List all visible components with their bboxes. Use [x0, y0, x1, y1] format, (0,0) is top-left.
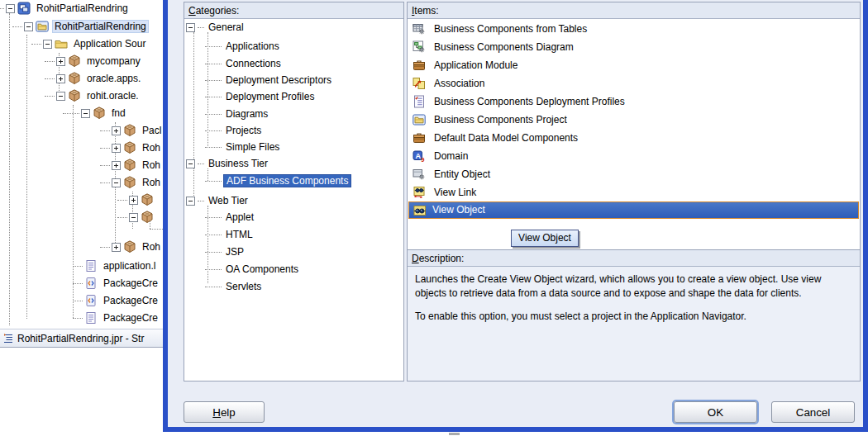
item-label: Business Components from Tables [429, 23, 589, 36]
item-label: Application Module [429, 59, 520, 72]
expand-toggle[interactable] [112, 161, 121, 170]
expand-toggle[interactable] [129, 196, 138, 205]
node-label: mycompany [84, 55, 143, 68]
collapse-toggle[interactable] [129, 213, 138, 222]
nav-node-project[interactable]: RohitPartialRendring [12, 18, 149, 35]
package-icon [123, 141, 136, 154]
nav-node-package[interactable]: Roh [100, 174, 163, 191]
category-diagrams[interactable]: Diagrams [205, 106, 270, 122]
node-label: RohitPartialRendring [52, 20, 149, 33]
nav-node-file[interactable]: PackageCre [73, 292, 160, 309]
nav-node-workspace[interactable]: RohitPartialRendring [0, 0, 131, 17]
category-applications[interactable]: Applications [205, 38, 282, 54]
category-oa-components[interactable]: OA Components [205, 261, 301, 277]
category-label: Simple Files [223, 141, 282, 154]
domain-icon [413, 149, 426, 163]
nav-node-package[interactable] [117, 209, 162, 225]
tree-guide-line [9, 13, 10, 325]
view-object-tooltip: View Object [511, 230, 579, 247]
entity-object-icon [413, 168, 426, 181]
item-association[interactable]: Association [413, 75, 487, 92]
expand-toggle[interactable] [56, 74, 65, 83]
item-entity-object[interactable]: Entity Object [413, 166, 493, 182]
document-icon [84, 311, 98, 325]
nav-node-package[interactable]: Pacl [100, 122, 163, 139]
expand-toggle[interactable] [112, 126, 121, 135]
category-deployment-profiles[interactable]: Deployment Profiles [205, 88, 317, 105]
nav-node-package[interactable]: Roh [100, 157, 163, 173]
bc-deployment-profiles-icon [413, 95, 426, 108]
items-header: Items: [408, 2, 860, 19]
node-label: PackageCre [101, 295, 160, 307]
category-business-tier[interactable]: Business Tier [186, 155, 270, 172]
category-deployment-descriptors[interactable]: Deployment Descriptors [205, 72, 334, 88]
item-business-components-from-tables[interactable]: Business Components from Tables [413, 21, 589, 37]
ok-button[interactable]: OK [674, 401, 757, 423]
expand-toggle[interactable] [112, 144, 121, 153]
nav-node-file[interactable]: PackageCre [73, 310, 160, 326]
item-bc-project[interactable]: Business Components Project [413, 111, 570, 128]
collapse-toggle[interactable] [81, 109, 90, 118]
collapse-toggle[interactable] [186, 23, 195, 32]
category-web-tier[interactable]: Web Tier [186, 192, 250, 209]
window-splitter-fragment [449, 433, 460, 435]
category-simple-files[interactable]: Simple Files [205, 139, 282, 155]
node-label: application.l [101, 260, 158, 272]
workspace-icon [17, 2, 31, 15]
collapse-toggle[interactable] [6, 4, 15, 13]
collapse-toggle[interactable] [112, 178, 121, 187]
category-label: Servlets [223, 281, 264, 293]
category-label: Web Tier [206, 195, 250, 207]
category-servlets[interactable]: Servlets [205, 278, 264, 295]
expand-toggle[interactable] [112, 243, 121, 252]
nav-node-file[interactable]: PackageCre [73, 275, 160, 291]
cancel-button[interactable]: Cancel [771, 401, 855, 423]
item-label: View Link [429, 187, 479, 199]
nav-node-fnd[interactable]: fnd [63, 105, 128, 121]
tree-guide-line [26, 35, 27, 319]
collapse-toggle[interactable] [56, 92, 65, 101]
nav-node-package[interactable]: Roh [100, 140, 163, 156]
xml-file-icon [84, 294, 98, 307]
category-label: JSP [223, 246, 246, 258]
bc-project-icon [413, 113, 426, 126]
category-connections[interactable]: Connections [205, 55, 284, 72]
collapse-toggle[interactable] [186, 159, 195, 168]
nav-node-package[interactable]: Roh [100, 239, 163, 255]
category-html[interactable]: HTML [205, 226, 255, 243]
collapse-toggle[interactable] [43, 40, 52, 49]
default-data-model-icon [413, 131, 426, 145]
package-icon [123, 124, 136, 137]
categories-tree: General Applications Connections Deploym… [184, 19, 403, 382]
expand-toggle[interactable] [56, 57, 65, 66]
category-applet[interactable]: Applet [205, 209, 256, 225]
item-bc-deployment-profiles[interactable]: Business Components Deployment Profiles [413, 93, 627, 110]
association-icon [413, 77, 426, 90]
nav-node-file[interactable]: application.l [73, 258, 158, 274]
category-label: Deployment Descriptors [223, 74, 334, 87]
category-adf-business-components[interactable]: ADF Business Components [205, 173, 351, 189]
nav-node-application-sources[interactable]: Application Sour [31, 36, 148, 52]
nav-node-rohit-oracle[interactable]: rohit.oracle. [45, 88, 141, 104]
help-button[interactable]: Help [184, 401, 265, 423]
item-view-link[interactable]: View Link [413, 184, 479, 201]
item-default-data-model[interactable]: Default Data Model Components [413, 130, 580, 146]
item-business-components-diagram[interactable]: Business Components Diagram [413, 39, 576, 55]
node-label: fnd [109, 107, 128, 120]
collapse-toggle[interactable] [24, 22, 33, 31]
collapse-toggle[interactable] [186, 197, 195, 206]
category-projects[interactable]: Projects [205, 122, 264, 139]
nav-node-oracle-apps[interactable]: oracle.apps. [45, 70, 143, 87]
category-label: OA Components [223, 263, 301, 276]
node-label: Roh [140, 241, 163, 254]
category-general[interactable]: General [186, 19, 246, 36]
category-jsp[interactable]: JSP [205, 244, 246, 260]
package-icon [141, 211, 154, 224]
nav-node-package[interactable] [117, 192, 162, 208]
nav-node-mycompany[interactable]: mycompany [45, 53, 143, 69]
item-domain[interactable]: Domain [413, 148, 470, 164]
item-application-module[interactable]: Application Module [413, 57, 520, 73]
application-navigator-panel: RohitPartialRendring RohitPartialRendrin… [0, 0, 163, 436]
item-view-object-selected[interactable]: View Object [408, 201, 859, 219]
structure-panel-header[interactable]: RohitPartialRendring.jpr - Str [0, 329, 163, 348]
